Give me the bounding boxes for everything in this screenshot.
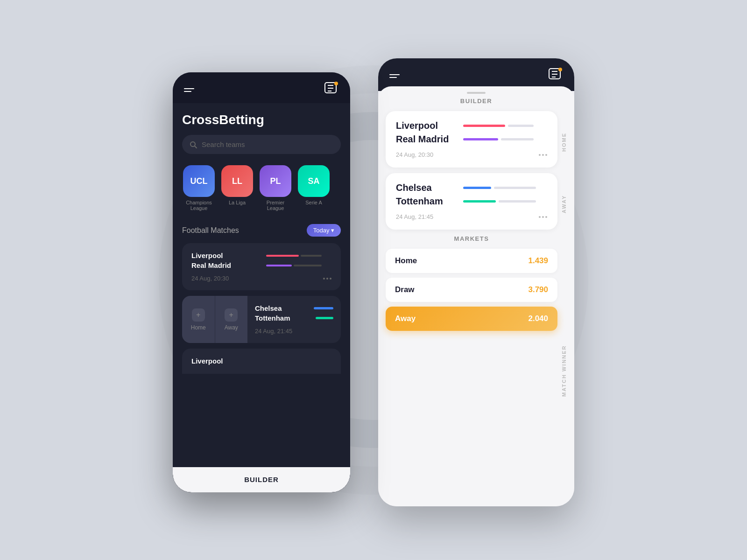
league-badge-sa: SA xyxy=(298,165,330,197)
market-label-draw: Draw xyxy=(395,285,415,294)
light-dots-menu-2[interactable] xyxy=(539,216,547,218)
team-name-liverpool: Liverpool xyxy=(191,252,223,259)
league-badge-ll: LL xyxy=(221,165,253,197)
light-bar-tottenham-fill xyxy=(463,200,496,203)
light-match-footer-1: 24 Aug, 20:30 xyxy=(396,151,547,158)
bar-realmadrid-empty xyxy=(294,265,322,266)
progress-realmadrid xyxy=(266,265,331,266)
dark-header xyxy=(173,72,350,103)
phone-dark: CrossBetting Search teams UCL Champions … xyxy=(173,72,350,492)
light-match-card-1: Liverpool Real Madrid xyxy=(386,111,557,168)
market-value-away: 2.040 xyxy=(528,314,548,323)
match-winner-label: MATCH WINNER xyxy=(561,345,567,397)
light-match-time-1: 24 Aug, 20:30 xyxy=(396,151,433,158)
notification-dot xyxy=(334,82,338,85)
market-value-draw: 3.790 xyxy=(528,285,548,294)
league-ll[interactable]: LL La Liga xyxy=(221,165,253,211)
league-pl[interactable]: PL Premier League xyxy=(259,165,292,211)
league-badge-pl: PL xyxy=(260,165,291,197)
league-sa[interactable]: SA Serie A xyxy=(298,165,330,211)
dots-menu-1[interactable] xyxy=(323,278,331,280)
notification-icon[interactable] xyxy=(324,82,339,98)
light-bar-chelsea-fill xyxy=(463,187,491,189)
bar-liverpool-fill xyxy=(266,255,299,257)
swipe-away-button[interactable]: + Away xyxy=(215,296,248,343)
match-footer-1: 24 Aug, 20:30 xyxy=(191,275,331,282)
light-bar-liverpool-empty xyxy=(508,125,534,127)
light-dots-menu-1[interactable] xyxy=(539,154,547,156)
search-bar[interactable]: Search teams xyxy=(182,135,341,154)
sheet-handle xyxy=(467,92,486,94)
light-match-time-2: 24 Aug, 21:45 xyxy=(396,213,433,220)
light-team-tottenham: Tottenham xyxy=(396,196,443,207)
market-row-home[interactable]: Home 1.439 xyxy=(386,249,557,273)
league-name-sa: Serie A xyxy=(305,200,322,205)
chelsea-match-time: 24 Aug, 21:45 xyxy=(255,328,292,335)
match-card-liverpool: Liverpool Real Madrid xyxy=(182,243,341,290)
light-bar-chelsea-empty xyxy=(494,187,536,189)
dark-bottom-bar[interactable]: BUILDER xyxy=(173,467,350,492)
league-badge-ucl: UCL xyxy=(183,165,215,197)
home-plus-icon: + xyxy=(192,308,205,322)
markets-title: MARKETS xyxy=(386,235,557,242)
market-row-away-active[interactable]: Away 2.040 xyxy=(386,307,557,331)
app-title: CrossBetting xyxy=(182,112,341,127)
leagues-row: UCL Champions League LL La Liga PL Premi… xyxy=(182,165,341,211)
market-value-home: 1.439 xyxy=(528,256,548,266)
market-label-home: Home xyxy=(395,256,417,266)
today-filter-button[interactable]: Today ▾ xyxy=(307,224,341,237)
team-row-chelsea: Chelsea xyxy=(255,304,333,312)
team-row-realmadrid: Real Madrid xyxy=(191,261,331,269)
football-section-title: Football Matches xyxy=(182,226,239,235)
swipe-home-label: Home xyxy=(191,324,206,331)
light-match-footer-2: 24 Aug, 21:45 xyxy=(396,213,547,220)
light-team-chelsea: Chelsea xyxy=(396,182,432,193)
light-team-liverpool: Liverpool xyxy=(396,120,438,131)
light-notification-dot xyxy=(558,68,562,71)
light-notification-icon[interactable] xyxy=(548,68,563,84)
progress-liverpool xyxy=(266,255,331,257)
match-teams-1: Liverpool Real Madrid xyxy=(191,252,331,269)
light-match-card-2: Chelsea Tottenham xyxy=(386,173,557,230)
league-name-ll: La Liga xyxy=(229,200,246,205)
market-label-away: Away xyxy=(395,314,416,323)
dark-content: CrossBetting Search teams UCL Champions … xyxy=(173,103,350,467)
phones-container: CrossBetting Search teams UCL Champions … xyxy=(173,54,574,506)
svg-line-5 xyxy=(195,146,197,148)
swipe-actions: + Home + Away xyxy=(182,296,247,343)
football-section-header: Football Matches Today ▾ xyxy=(182,224,341,237)
chelsea-match-content: Chelsea Tottenham 24 Aug, 21:45 xyxy=(247,296,341,343)
light-hamburger-icon[interactable] xyxy=(389,74,400,78)
light-progress-realmadrid xyxy=(463,138,547,140)
bar-liverpool-empty xyxy=(301,255,322,257)
swipe-away-label: Away xyxy=(225,324,238,331)
away-plus-icon: + xyxy=(225,308,238,322)
chelsea-footer: 24 Aug, 21:45 xyxy=(255,328,333,335)
match-card-partial: Liverpool xyxy=(182,349,341,374)
league-name-pl: Premier League xyxy=(259,200,292,211)
light-bar-tottenham-empty xyxy=(499,200,536,203)
phone-light: BUILDER Liverpool Real xyxy=(378,58,574,506)
light-bar-liverpool-fill xyxy=(463,125,505,127)
builder-button: BUILDER xyxy=(244,476,279,483)
light-progress-liverpool xyxy=(463,125,547,127)
match-card-chelsea-swipe: + Home + Away Chelsea Tottenham xyxy=(182,296,341,343)
light-bar-realmadrid-fill xyxy=(463,138,498,140)
team-name-tottenham: Tottenham xyxy=(255,314,290,322)
swipe-home-button[interactable]: + Home xyxy=(182,296,215,343)
bar-chelsea xyxy=(314,307,333,309)
builder-sheet: BUILDER Liverpool Real xyxy=(378,86,574,506)
light-bar-realmadrid-empty xyxy=(501,138,534,140)
bar-realmadrid-fill xyxy=(266,265,292,266)
home-side-label: HOME xyxy=(561,133,567,152)
league-ucl[interactable]: UCL Champions League xyxy=(182,165,216,211)
bar-tottenham xyxy=(316,317,333,319)
team-row-liverpool: Liverpool xyxy=(191,252,331,259)
search-placeholder: Search teams xyxy=(202,140,245,148)
team-name-realmadrid: Real Madrid xyxy=(191,261,231,269)
away-side-label: AWAY xyxy=(561,195,567,213)
hamburger-icon[interactable] xyxy=(184,88,194,92)
light-team-realmadrid: Real Madrid xyxy=(396,134,449,145)
light-progress-tottenham xyxy=(463,200,547,203)
market-row-draw[interactable]: Draw 3.790 xyxy=(386,278,557,302)
